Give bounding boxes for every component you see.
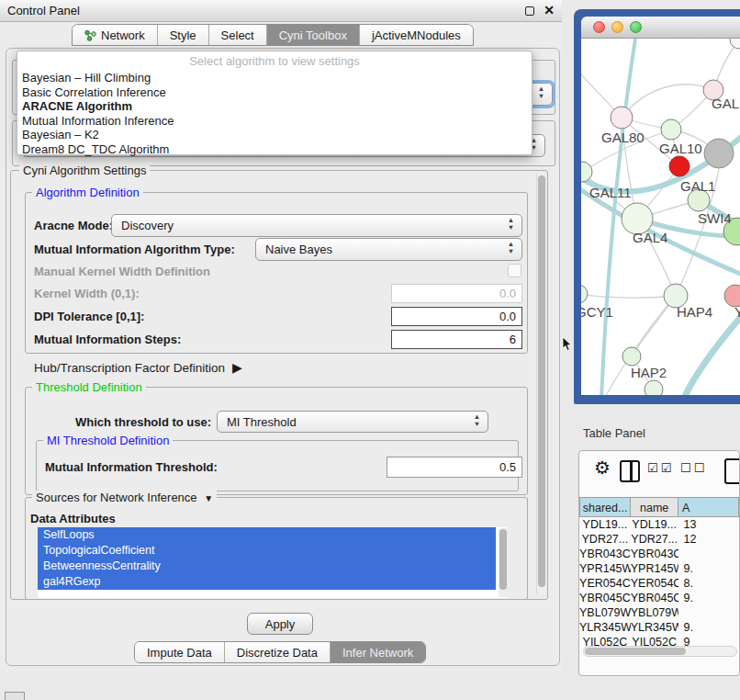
which-threshold-combo[interactable]: MI Threshold ▲▼ bbox=[217, 411, 488, 433]
control-panel-title: Control Panel bbox=[7, 4, 80, 17]
node-hap2[interactable] bbox=[622, 347, 641, 366]
column-header-shared-name[interactable]: shared... bbox=[579, 497, 631, 517]
hide-columns-unchecked-icon[interactable]: ☐☐ bbox=[680, 461, 707, 475]
algorithm-option[interactable]: Mutual Information Inference bbox=[17, 114, 532, 129]
show-columns-checked-icon[interactable]: ☑☑ bbox=[647, 461, 674, 475]
tab-cyni-toolbox[interactable]: Cyni Toolbox bbox=[266, 25, 359, 45]
tab-jactivemnodules-label: jActiveMNodules bbox=[372, 28, 461, 42]
apply-button[interactable]: Apply bbox=[247, 613, 313, 635]
node-label: GCY1 bbox=[581, 304, 613, 320]
algorithm-option[interactable]: Bayesian – K2 bbox=[17, 128, 532, 142]
table-row[interactable]: YBL079WYBL079W bbox=[579, 605, 739, 620]
node-partial-top[interactable] bbox=[730, 39, 740, 49]
mac-zoom-icon[interactable] bbox=[630, 21, 642, 33]
kernel-width-label: Kernel Width (0,1): bbox=[34, 284, 140, 303]
collapsed-arrow-icon: ▶ bbox=[232, 360, 242, 375]
node-label: GAL4 bbox=[633, 230, 667, 245]
tab-discretize-data-label: Discretize Data bbox=[237, 646, 318, 660]
mac-close-icon[interactable] bbox=[593, 21, 605, 33]
tab-discretize-data[interactable]: Discretize Data bbox=[224, 642, 330, 662]
network-canvas[interactable]: GAL GAL80 GAL10 GAL1 GAL11 SWI4 GAL4 GCY… bbox=[581, 39, 740, 395]
settings-scrollbar[interactable] bbox=[536, 174, 545, 594]
tab-network[interactable]: Network bbox=[73, 25, 157, 45]
sources-toggle[interactable]: Sources for Network Inference ▼ bbox=[32, 491, 217, 504]
node-partial-bottom[interactable] bbox=[645, 380, 663, 395]
data-attributes-list[interactable]: SelfLoops TopologicalCoefficient Between… bbox=[38, 527, 508, 598]
algorithm-option[interactable]: Bayesian – Hill Climbing bbox=[17, 71, 532, 85]
table-hscrollbar[interactable] bbox=[583, 646, 737, 657]
node-label: SWI4 bbox=[698, 210, 732, 226]
close-icon[interactable]: ✕ bbox=[544, 3, 555, 17]
mi-threshold-field[interactable]: 0.5 bbox=[387, 457, 522, 478]
node-label: GAL11 bbox=[589, 185, 632, 200]
tab-infer-network-label: Infer Network bbox=[342, 646, 413, 660]
network-tab-icon bbox=[84, 29, 96, 41]
algorithm-option[interactable]: Basic Correlation Inference bbox=[17, 85, 532, 100]
tab-network-label: Network bbox=[101, 28, 145, 42]
node-label: GAL1 bbox=[680, 178, 715, 194]
algorithm-popup-hint: Select algorithm to view settings bbox=[17, 54, 532, 68]
algorithm-option[interactable]: Dream8 DC_TDC Algorithm bbox=[17, 142, 532, 157]
tab-infer-network[interactable]: Infer Network bbox=[330, 642, 425, 662]
list-item[interactable]: BetweennessCentrality bbox=[38, 559, 496, 574]
node-red[interactable] bbox=[669, 156, 690, 176]
attributes-scrollbar-thumb[interactable] bbox=[499, 529, 507, 590]
settings-scrollbar-thumb[interactable] bbox=[538, 175, 545, 587]
table-row[interactable]: YBR043CYBR043C bbox=[579, 547, 739, 561]
partial-widget-bottom-left bbox=[5, 692, 25, 700]
tab-style[interactable]: Style bbox=[157, 25, 208, 45]
tab-jactivemnodules[interactable]: jActiveMNodules bbox=[359, 25, 473, 45]
table-rows: YDL19...YDL19...13 YDR27...YDR27...12 YB… bbox=[579, 517, 739, 646]
export-table-icon[interactable] bbox=[724, 458, 740, 484]
tab-impute-data[interactable]: Impute Data bbox=[135, 642, 224, 662]
node-gcy1[interactable] bbox=[581, 285, 588, 303]
table-hscrollbar-thumb[interactable] bbox=[585, 648, 686, 655]
aracne-mode-combo[interactable]: Discovery ▲▼ bbox=[111, 214, 522, 237]
table-row[interactable]: YLR345WYLR345W9. bbox=[579, 620, 739, 635]
node-gray[interactable] bbox=[704, 139, 734, 168]
tab-select[interactable]: Select bbox=[208, 25, 266, 45]
column-view-icon[interactable] bbox=[620, 460, 640, 482]
table-row[interactable]: YDR27...YDR27...12 bbox=[579, 532, 739, 547]
mac-minimize-icon[interactable] bbox=[611, 21, 623, 33]
table-row[interactable]: YPR145WYPR145W9. bbox=[579, 561, 739, 576]
list-item[interactable]: TopologicalCoefficient bbox=[38, 543, 496, 559]
hub-definition-toggle[interactable]: Hub/Transcription Factor Definition ▶ bbox=[34, 359, 242, 376]
mi-type-combo[interactable]: Naive Bayes ▲▼ bbox=[255, 238, 522, 261]
manual-kernel-checkbox[interactable] bbox=[508, 264, 521, 277]
aracne-mode-label: Aracne Mode: bbox=[34, 214, 113, 237]
manual-kernel-label: Manual Kernel Width Definition bbox=[34, 264, 210, 278]
expanded-arrow-icon: ▼ bbox=[204, 493, 213, 503]
mouse-cursor bbox=[562, 337, 573, 352]
tab-select-label: Select bbox=[221, 28, 254, 42]
kernel-width-field[interactable]: 0.0 bbox=[391, 284, 522, 303]
dpi-tolerance-field[interactable]: 0.0 bbox=[391, 307, 522, 326]
hub-definition-label: Hub/Transcription Factor Definition bbox=[34, 361, 225, 375]
table-row[interactable]: YIL052CYIL052C9 bbox=[579, 635, 739, 646]
node-label: HAP4 bbox=[677, 304, 712, 320]
mi-type-label: Mutual Information Algorithm Type: bbox=[34, 238, 235, 261]
mi-steps-label: Mutual Information Steps: bbox=[34, 330, 181, 349]
mi-threshold-group-title: MI Threshold Definition bbox=[43, 434, 173, 447]
node-gal10[interactable] bbox=[661, 119, 681, 140]
column-header-name[interactable]: name bbox=[631, 497, 678, 517]
algorithm-option-selected[interactable]: ARACNE Algorithm bbox=[17, 99, 532, 114]
gear-icon[interactable]: ⚙ bbox=[594, 457, 611, 479]
table-row[interactable]: YER054CYER054C8. bbox=[579, 576, 739, 591]
table-row[interactable]: YBR045CYBR045C9. bbox=[579, 591, 739, 605]
mi-type-value: Naive Bayes bbox=[265, 243, 332, 256]
control-panel-titlebar: Control Panel ✕ bbox=[0, 0, 562, 22]
mi-steps-field[interactable]: 6 bbox=[391, 330, 522, 349]
combo-arrows-icon: ▲▼ bbox=[472, 413, 482, 428]
list-item[interactable]: SelfLoops bbox=[38, 527, 496, 543]
algorithm-definition-title: Algorithm Definition bbox=[32, 186, 143, 199]
node-label: Y bbox=[734, 304, 740, 320]
node-gal80[interactable] bbox=[611, 107, 633, 129]
list-item[interactable]: gal4RGexp bbox=[38, 574, 496, 590]
table-row[interactable]: YDL19...YDL19...13 bbox=[579, 517, 739, 532]
column-header-partial[interactable]: A bbox=[678, 497, 739, 517]
aracne-mode-value: Discovery bbox=[121, 219, 174, 232]
float-window-icon[interactable] bbox=[525, 6, 534, 16]
attributes-scrollbar[interactable] bbox=[499, 528, 508, 597]
node-label: GAL10 bbox=[659, 141, 702, 156]
